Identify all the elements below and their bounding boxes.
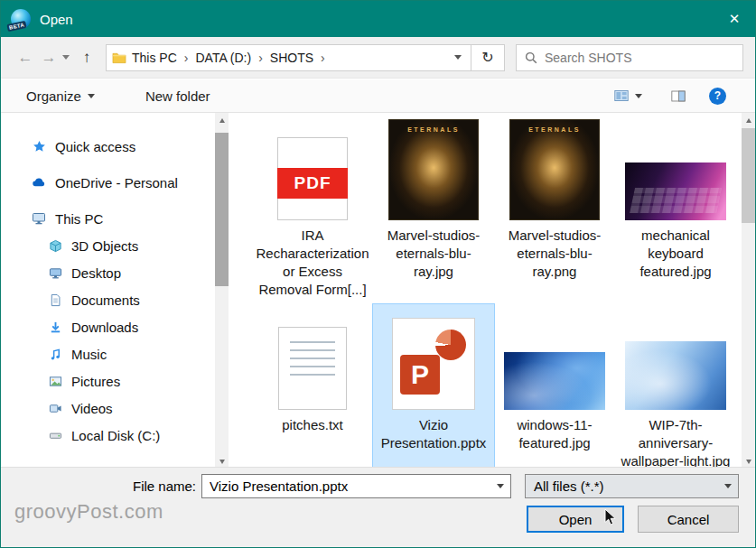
thumbnail: P <box>376 307 491 410</box>
breadcrumb-item-data-d[interactable]: DATA (D:) <box>190 51 257 65</box>
breadcrumb-separator: › <box>182 51 191 65</box>
file-item-wip-wallpaper[interactable]: WIP-7th-anniversary-wallpaper-light.jpg <box>615 304 736 469</box>
file-item-keyboard[interactable]: mechanical keyboard featured.jpg <box>615 115 736 304</box>
file-name: windows-11-featured.jpg <box>498 416 611 452</box>
file-name: Marvel-studios-eternals-blu-ray.jpg <box>377 227 490 281</box>
thumbnail: PDF <box>255 117 370 220</box>
sidebar-scrollbar[interactable] <box>215 113 229 469</box>
file-name-combobox[interactable] <box>201 474 511 498</box>
thumbnail <box>618 117 733 220</box>
close-button[interactable]: ✕ <box>714 1 755 37</box>
scrollbar-thumb[interactable] <box>215 133 229 286</box>
navigation-bar: ← → ↑ This PC › DATA (D:) › SHOTS › ↻ <box>1 37 755 79</box>
breadcrumb-item-shots[interactable]: SHOTS <box>265 51 319 65</box>
sidebar-item-label: Desktop <box>71 265 121 281</box>
open-button-label: Open <box>559 512 593 527</box>
new-folder-label: New folder <box>145 88 210 104</box>
poster-title: ETERNALS <box>407 126 460 219</box>
sidebar-item-label: Music <box>71 347 107 362</box>
search-input[interactable] <box>545 51 735 65</box>
forward-button[interactable]: → <box>37 49 61 67</box>
scroll-up-icon[interactable] <box>215 113 229 127</box>
chevron-down-icon[interactable] <box>718 475 738 497</box>
beta-badge: BETA <box>6 21 26 32</box>
sidebar-item-label: Downloads <box>71 320 138 335</box>
address-bar[interactable]: This PC › DATA (D:) › SHOTS › <box>106 44 471 71</box>
close-icon: ✕ <box>729 11 741 27</box>
cancel-button[interactable]: Cancel <box>638 506 739 533</box>
sidebar-item-local-disk-c[interactable]: Local Disk (C:) <box>1 422 215 449</box>
sidebar-item-videos[interactable]: Videos <box>1 395 215 422</box>
up-button[interactable]: ↑ <box>75 49 98 67</box>
file-item-pdf[interactable]: PDF IRA Recharacterization or Excess Rem… <box>252 115 373 304</box>
file-name: WIP-7th-anniversary-wallpaper-light.jpg <box>619 416 733 469</box>
window-title: Open <box>40 12 73 27</box>
file-item-pitches[interactable]: pitches.txt <box>252 304 373 469</box>
address-dropdown-chevron-icon[interactable] <box>454 55 462 60</box>
text-lines <box>290 341 335 382</box>
refresh-icon: ↻ <box>481 49 493 66</box>
search-box[interactable] <box>516 44 743 71</box>
file-type-combobox[interactable]: All files (*.*) <box>525 474 739 498</box>
scroll-up-icon[interactable] <box>742 113 755 127</box>
text-file-icon <box>278 327 347 410</box>
folder-icon <box>112 51 126 65</box>
organize-button[interactable]: Organize <box>21 88 100 104</box>
file-item-poster-jpg[interactable]: ETERNALS Marvel-studios-eternals-blu-ray… <box>373 115 494 304</box>
cloud-icon <box>32 175 46 190</box>
thumbnail <box>497 307 612 410</box>
help-icon: ? <box>714 89 721 102</box>
pdf-badge: PDF <box>277 168 348 199</box>
sidebar-item-label: Videos <box>71 401 113 416</box>
sidebar-item-pictures[interactable]: Pictures <box>1 367 215 395</box>
powerpoint-file-icon: P <box>392 318 475 410</box>
hard-drive-icon <box>48 428 62 442</box>
sidebar-item-onedrive[interactable]: OneDrive - Personal <box>1 169 215 196</box>
file-name: IRA Recharacterization or Excess Removal… <box>256 227 369 299</box>
file-item-windows11[interactable]: windows-11-featured.jpg <box>494 304 615 469</box>
scrollbar-thumb[interactable] <box>742 128 755 223</box>
sidebar-item-desktop[interactable]: Desktop <box>1 259 215 286</box>
sidebar-item-3d-objects[interactable]: 3D Objects <box>1 232 215 259</box>
watermark: groovyPost.com <box>14 500 163 524</box>
sidebar-item-label: Documents <box>71 293 140 308</box>
sidebar-item-music[interactable]: Music <box>1 340 215 367</box>
file-item-vizio-presentation-selected[interactable]: P Vizio Presentation.pptx <box>373 304 494 469</box>
video-camera-icon <box>48 401 62 415</box>
sidebar-item-label: Local Disk (C:) <box>71 428 160 443</box>
command-bar-right: ? <box>609 88 726 105</box>
keyboard-image-thumbnail <box>625 163 726 220</box>
back-button[interactable]: ← <box>14 49 37 67</box>
file-list-scrollbar[interactable] <box>742 113 755 469</box>
download-icon <box>48 320 62 334</box>
thumbnail: ETERNALS <box>376 117 491 220</box>
wallpaper-thumbnail <box>625 341 726 410</box>
preview-pane-button[interactable] <box>666 88 691 103</box>
star-icon <box>32 139 46 153</box>
sidebar-item-downloads[interactable]: Downloads <box>1 313 215 340</box>
sidebar-item-label: 3D Objects <box>71 238 138 254</box>
sidebar-item-label: This PC <box>55 211 103 227</box>
thumbnail: ETERNALS <box>497 117 612 220</box>
new-folder-button[interactable]: New folder <box>140 88 216 104</box>
help-button[interactable]: ? <box>709 88 726 105</box>
recent-locations-dropdown-icon[interactable] <box>62 55 70 60</box>
open-file-dialog: BETA Open ✕ ← → ↑ This PC › DATA (D:) › … <box>0 0 756 548</box>
refresh-button[interactable]: ↻ <box>471 44 505 71</box>
breadcrumb-separator: › <box>319 51 327 65</box>
sidebar-item-documents[interactable]: Documents <box>1 286 215 313</box>
file-item-poster-png[interactable]: ETERNALS Marvel-studios-eternals-blu-ray… <box>494 115 615 304</box>
chevron-down-icon[interactable] <box>490 475 510 497</box>
file-name-input[interactable] <box>202 478 490 494</box>
view-thumbnails-icon <box>614 88 629 103</box>
mouse-cursor <box>604 508 618 531</box>
breadcrumb-item-this-pc[interactable]: This PC <box>126 51 182 65</box>
change-view-button[interactable] <box>609 88 648 103</box>
title-bar: BETA Open ✕ <box>1 1 755 37</box>
sidebar-item-this-pc[interactable]: This PC <box>1 205 215 232</box>
preview-pane-icon <box>671 88 686 103</box>
sidebar-item-quick-access[interactable]: Quick access <box>1 133 215 160</box>
sidebar-item-label: OneDrive - Personal <box>55 175 178 190</box>
cancel-button-label: Cancel <box>667 512 710 527</box>
search-icon <box>524 51 538 65</box>
